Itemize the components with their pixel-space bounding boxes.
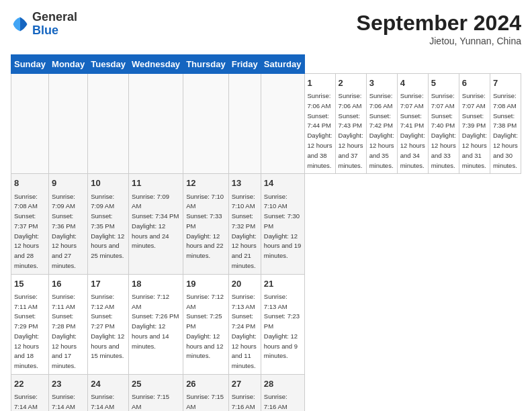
day-number: 27 [232, 378, 258, 390]
table-row: 3 Sunrise: 7:06 AMSunset: 7:42 PMDayligh… [366, 74, 397, 174]
calendar-body: 1 Sunrise: 7:06 AMSunset: 7:44 PMDayligh… [11, 74, 521, 412]
col-monday: Monday [49, 55, 88, 74]
day-number: 25 [132, 378, 180, 390]
day-info: Sunrise: 7:12 AMSunset: 7:25 PMDaylight:… [186, 293, 224, 360]
day-info: Sunrise: 7:12 AMSunset: 7:27 PMDaylight:… [91, 293, 124, 360]
table-row: 11 Sunrise: 7:09 AMSunset: 7:34 PMDaylig… [129, 174, 183, 274]
table-row: 24 Sunrise: 7:14 AMSunset: 7:20 PMDaylig… [88, 374, 129, 411]
day-number: 1 [308, 77, 332, 89]
table-row: 13 Sunrise: 7:10 AMSunset: 7:32 PMDaylig… [228, 174, 261, 274]
day-number: 8 [14, 177, 46, 189]
day-number: 13 [232, 177, 258, 189]
table-row: 28 Sunrise: 7:16 AMSunset: 7:15 PMDaylig… [261, 374, 304, 411]
table-row: 9 Sunrise: 7:09 AMSunset: 7:36 PMDayligh… [49, 174, 88, 274]
table-row: 5 Sunrise: 7:07 AMSunset: 7:40 PMDayligh… [428, 74, 459, 174]
page-header: General Blue September 2024 Jietou, Yunn… [11, 11, 521, 46]
calendar-subtitle: Jietou, Yunnan, China [357, 36, 521, 46]
table-row: 27 Sunrise: 7:16 AMSunset: 7:16 PMDaylig… [228, 374, 261, 411]
day-number: 18 [132, 278, 180, 290]
logo-icon [11, 15, 30, 34]
day-number: 17 [91, 278, 126, 290]
day-info: Sunrise: 7:06 AMSunset: 7:43 PMDaylight:… [339, 92, 363, 169]
day-info: Sunrise: 7:15 AMSunset: 7:17 PMDaylight:… [186, 393, 224, 411]
table-row [49, 74, 88, 174]
day-number: 6 [462, 77, 487, 89]
table-row [11, 74, 49, 174]
day-number: 4 [400, 77, 425, 89]
day-info: Sunrise: 7:06 AMSunset: 7:44 PMDaylight:… [308, 92, 332, 169]
table-row: 4 Sunrise: 7:07 AMSunset: 7:41 PMDayligh… [397, 74, 428, 174]
col-saturday: Saturday [261, 55, 304, 74]
table-row [228, 74, 261, 174]
table-row: 20 Sunrise: 7:13 AMSunset: 7:24 PMDaylig… [228, 274, 261, 374]
table-row: 2 Sunrise: 7:06 AMSunset: 7:43 PMDayligh… [335, 74, 366, 174]
col-friday: Friday [228, 55, 261, 74]
day-number: 2 [339, 77, 363, 89]
day-number: 12 [186, 177, 226, 189]
table-row: 1 Sunrise: 7:06 AMSunset: 7:44 PMDayligh… [304, 74, 335, 174]
table-row: 22 Sunrise: 7:14 AMSunset: 7:22 PMDaylig… [11, 374, 49, 411]
day-info: Sunrise: 7:14 AMSunset: 7:22 PMDaylight:… [14, 393, 39, 411]
day-info: Sunrise: 7:16 AMSunset: 7:15 PMDaylight:… [264, 393, 301, 411]
day-number: 21 [264, 278, 302, 290]
table-row: 14 Sunrise: 7:10 AMSunset: 7:30 PMDaylig… [261, 174, 304, 274]
day-info: Sunrise: 7:15 AMSunset: 7:18 PMDaylight:… [132, 393, 179, 411]
col-sunday: Sunday [11, 55, 49, 74]
day-info: Sunrise: 7:13 AMSunset: 7:23 PMDaylight:… [264, 293, 300, 360]
day-info: Sunrise: 7:09 AMSunset: 7:35 PMDaylight:… [91, 193, 124, 260]
table-row [183, 74, 229, 174]
day-number: 11 [132, 177, 180, 189]
table-row: 7 Sunrise: 7:08 AMSunset: 7:38 PMDayligh… [490, 74, 521, 174]
day-number: 28 [264, 378, 302, 390]
table-row: 15 Sunrise: 7:11 AMSunset: 7:29 PMDaylig… [11, 274, 49, 374]
day-number: 26 [186, 378, 226, 390]
table-row: 17 Sunrise: 7:12 AMSunset: 7:27 PMDaylig… [88, 274, 129, 374]
col-tuesday: Tuesday [88, 55, 129, 74]
table-row: 12 Sunrise: 7:10 AMSunset: 7:33 PMDaylig… [183, 174, 229, 274]
table-row: 23 Sunrise: 7:14 AMSunset: 7:21 PMDaylig… [49, 374, 88, 411]
day-info: Sunrise: 7:12 AMSunset: 7:26 PMDaylight:… [132, 293, 179, 350]
day-number: 16 [52, 278, 85, 290]
day-info: Sunrise: 7:07 AMSunset: 7:40 PMDaylight:… [431, 92, 456, 169]
table-row: 25 Sunrise: 7:15 AMSunset: 7:18 PMDaylig… [129, 374, 183, 411]
day-number: 23 [52, 378, 85, 390]
col-wednesday: Wednesday [129, 55, 183, 74]
day-info: Sunrise: 7:09 AMSunset: 7:36 PMDaylight:… [52, 193, 77, 269]
day-info: Sunrise: 7:06 AMSunset: 7:42 PMDaylight:… [369, 92, 394, 169]
day-info: Sunrise: 7:08 AMSunset: 7:37 PMDaylight:… [14, 193, 39, 269]
table-row: 21 Sunrise: 7:13 AMSunset: 7:23 PMDaylig… [261, 274, 304, 374]
day-info: Sunrise: 7:16 AMSunset: 7:16 PMDaylight:… [232, 393, 257, 411]
day-number: 10 [91, 177, 126, 189]
logo-general-text: General [32, 10, 77, 24]
day-number: 3 [369, 77, 394, 89]
calendar-header: Sunday Monday Tuesday Wednesday Thursday… [11, 55, 521, 74]
day-number: 19 [186, 278, 226, 290]
day-number: 24 [91, 378, 126, 390]
day-number: 7 [493, 77, 518, 89]
day-info: Sunrise: 7:13 AMSunset: 7:24 PMDaylight:… [232, 293, 257, 369]
day-info: Sunrise: 7:10 AMSunset: 7:32 PMDaylight:… [232, 193, 257, 269]
day-info: Sunrise: 7:07 AMSunset: 7:39 PMDaylight:… [462, 92, 487, 169]
day-info: Sunrise: 7:11 AMSunset: 7:29 PMDaylight:… [14, 293, 39, 369]
day-info: Sunrise: 7:10 AMSunset: 7:30 PMDaylight:… [264, 193, 301, 260]
title-block: September 2024 Jietou, Yunnan, China [357, 11, 521, 46]
col-thursday: Thursday [183, 55, 229, 74]
logo-blue-text: Blue [32, 24, 58, 37]
table-row: 8 Sunrise: 7:08 AMSunset: 7:37 PMDayligh… [11, 174, 49, 274]
day-info: Sunrise: 7:14 AMSunset: 7:20 PMDaylight:… [91, 393, 124, 411]
day-info: Sunrise: 7:10 AMSunset: 7:33 PMDaylight:… [186, 193, 224, 260]
calendar-title: September 2024 [357, 11, 521, 36]
day-number: 22 [14, 378, 46, 390]
day-number: 9 [52, 177, 85, 189]
table-row [88, 74, 129, 174]
table-row [261, 74, 304, 174]
table-row [129, 74, 183, 174]
day-info: Sunrise: 7:09 AMSunset: 7:34 PMDaylight:… [132, 193, 179, 250]
day-number: 5 [431, 77, 456, 89]
logo: General Blue [11, 11, 77, 38]
table-row: 18 Sunrise: 7:12 AMSunset: 7:26 PMDaylig… [129, 274, 183, 374]
day-number: 20 [232, 278, 258, 290]
table-row: 10 Sunrise: 7:09 AMSunset: 7:35 PMDaylig… [88, 174, 129, 274]
day-number: 14 [264, 177, 302, 189]
day-info: Sunrise: 7:14 AMSunset: 7:21 PMDaylight:… [52, 393, 77, 411]
